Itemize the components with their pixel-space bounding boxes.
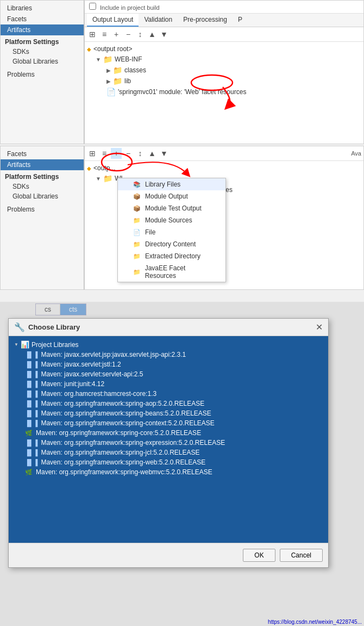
sidebar-item-sdks[interactable]: SDKs xyxy=(1,47,84,57)
tab-validation[interactable]: Validation xyxy=(139,14,178,27)
menu-item-module-output[interactable]: 📦 Module Output xyxy=(118,190,225,202)
module-sources-icon: 📁 xyxy=(133,217,142,224)
tab-p[interactable]: P xyxy=(233,14,248,27)
directory-content-icon: 📁 xyxy=(133,241,142,248)
project-libraries-icon: 📊 xyxy=(21,340,29,349)
sidebar2-sdks[interactable]: SDKs xyxy=(1,182,84,191)
lib-item-3[interactable]: ▐▌▐ Maven: junit:junit:4.12 xyxy=(23,379,325,389)
lib-item-7[interactable]: ▐▌▐ Maven: org.springframework:spring-co… xyxy=(23,418,325,428)
toolbar2: ⊞ ≡ + − ↕ ▲ ▼ Ava xyxy=(85,146,363,161)
lib-leaf-icon-8: 🌿 xyxy=(25,430,33,437)
dialog-title-bar: 🔧 Choose Library ✕ xyxy=(9,319,328,336)
menu-item-module-test-output[interactable]: 📦 Module Test Output xyxy=(118,202,225,214)
lib-bars-icon-3: ▐▌▐ xyxy=(25,381,37,387)
menu-item-directory-content[interactable]: 📁 Directory Content xyxy=(118,238,225,250)
ok-button[interactable]: OK xyxy=(243,549,275,562)
toolbar2-grid-btn[interactable]: ⊞ xyxy=(87,148,98,159)
lib-item-5[interactable]: ▐▌▐ Maven: org.springframework:spring-ao… xyxy=(23,399,325,408)
menu-item-module-sources[interactable]: 📁 Module Sources xyxy=(118,214,225,226)
panel1: Libraries Facets Artifacts Platform Sett… xyxy=(0,0,364,144)
toolbar-down-btn[interactable]: ▼ xyxy=(159,29,170,40)
expand-arrow-lib[interactable]: ▶ xyxy=(106,78,111,84)
expand-arrow-classes[interactable]: ▶ xyxy=(106,67,111,73)
dialog-footer: OK Cancel xyxy=(9,543,328,567)
include-in-build-checkbox[interactable] xyxy=(89,3,96,10)
cancel-button[interactable]: Cancel xyxy=(280,549,323,562)
tree-item-webinf[interactable]: ▼ 📁 WEB-INF xyxy=(96,54,361,65)
tree-item-classes[interactable]: ▶ 📁 classes xyxy=(106,65,361,76)
menu-item-extracted-directory[interactable]: 📁 Extracted Directory xyxy=(118,250,225,262)
tree2-root[interactable]: ◆ <outp... xyxy=(87,163,361,173)
lib-item-0[interactable]: ▐▌▐ Maven: javax.servlet.jsp:javax.servl… xyxy=(23,350,325,360)
tree-root[interactable]: ◆ <output root> xyxy=(87,44,361,54)
lib-item-4[interactable]: ▐▌▐ Maven: org.hamcrest:hamcrest-core:1.… xyxy=(23,389,325,399)
toolbar-grid-btn[interactable]: ⊞ xyxy=(87,29,98,40)
tree-item-module-resources: 📄 'springmvc01' module: 'Web' facet reso… xyxy=(106,86,361,97)
sidebar-item-artifacts[interactable]: Artifacts xyxy=(1,24,84,35)
lib-bars-icon-5: ▐▌▐ xyxy=(25,400,37,407)
lib-item-12[interactable]: 🌿 Maven: org.springframework:spring-webm… xyxy=(23,467,325,477)
menu-item-javaee-facet[interactable]: 📁 JavaEE Facet Resources xyxy=(118,262,225,282)
library-list: ▐▌▐ Maven: javax.servlet.jsp:javax.servl… xyxy=(12,350,325,477)
folder-icon-classes: 📁 xyxy=(113,66,122,75)
library-files-icon: 📚 xyxy=(133,181,142,188)
lib-item-11[interactable]: ▐▌▐ Maven: org.springframework:spring-we… xyxy=(23,457,325,467)
folder-icon-webinf: 📁 xyxy=(103,55,112,64)
expand-arrow-webinf[interactable]: ▼ xyxy=(96,57,101,63)
lib-item-9[interactable]: ▐▌▐ Maven: org.springframework:spring-ex… xyxy=(23,438,325,448)
tab-pre-processing[interactable]: Pre-processing xyxy=(178,14,233,27)
sidebar2-facets[interactable]: Facets xyxy=(1,148,84,159)
lib-bars-icon-1: ▐▌▐ xyxy=(25,361,37,368)
sidebar-panel1: Libraries Facets Artifacts Platform Sett… xyxy=(0,0,84,144)
javaee-facet-icon: 📁 xyxy=(133,269,142,276)
lib-bars-icon-6: ▐▌▐ xyxy=(25,410,37,417)
toolbar-up-btn[interactable]: ▲ xyxy=(147,29,158,40)
toolbar2-sort-btn[interactable]: ↕ xyxy=(135,148,146,159)
sidebar-item-facets[interactable]: Facets xyxy=(1,14,84,24)
extracted-directory-icon: 📁 xyxy=(133,253,142,260)
toolbar2-list-btn[interactable]: ≡ xyxy=(99,148,110,159)
toolbar2-add-btn[interactable]: + xyxy=(111,148,122,159)
sidebar-item-libraries[interactable]: Libraries xyxy=(1,3,84,14)
lib-bars-icon-0: ▐▌▐ xyxy=(25,351,37,358)
tab-output-layout[interactable]: Output Layout xyxy=(87,14,139,27)
sidebar2-global-libraries[interactable]: Global Libraries xyxy=(1,191,84,201)
menu-item-file[interactable]: 📄 File xyxy=(118,226,225,238)
sidebar-platform-settings: Platform Settings xyxy=(1,35,84,47)
sidebar-item-global-libraries[interactable]: Global Libraries xyxy=(1,57,84,66)
expand-tri-root[interactable]: ▼ xyxy=(14,342,18,347)
toolbar-list-btn[interactable]: ≡ xyxy=(99,29,110,40)
toolbar2-remove-btn[interactable]: − xyxy=(123,148,134,159)
lib-item-10[interactable]: ▐▌▐ Maven: org.springframework:spring-jc… xyxy=(23,448,325,457)
toolbar2-down-btn[interactable]: ▼ xyxy=(159,148,170,159)
lib-bars-icon-7: ▐▌▐ xyxy=(25,420,37,426)
toolbar-add-btn[interactable]: + xyxy=(111,29,122,40)
dropdown-menu: 📚 Library Files 📦 Module Output 📦 Module… xyxy=(117,178,226,282)
sidebar2-problems[interactable]: Problems xyxy=(1,201,84,218)
sidebar-problems[interactable]: Problems xyxy=(1,66,84,83)
sidebar-panel2: Facets Artifacts Platform Settings SDKs … xyxy=(0,146,84,290)
panel2: Facets Artifacts Platform Settings SDKs … xyxy=(0,146,364,290)
tree-item-lib[interactable]: ▶ 📁 lib xyxy=(106,76,361,86)
watermark: https://blog.csdn.net/weixin_4228745... xyxy=(268,619,362,625)
lib-bars-icon-10: ▐▌▐ xyxy=(25,449,37,456)
lib-item-6[interactable]: ▐▌▐ Maven: org.springframework:spring-be… xyxy=(23,408,325,418)
lib-root-item[interactable]: ▼ 📊 Project Libraries xyxy=(12,339,325,350)
sidebar2-artifacts[interactable]: Artifacts xyxy=(1,159,84,170)
module-test-icon: 📦 xyxy=(133,205,142,212)
ava-label: Ava xyxy=(351,150,361,157)
lib-bars-icon-2: ▐▌▐ xyxy=(25,371,37,377)
toolbar2-up-btn[interactable]: ▲ xyxy=(147,148,158,159)
lib-bars-icon-11: ▐▌▐ xyxy=(25,459,37,466)
main-panel1: Include in project build Output Layout V… xyxy=(84,0,364,144)
lib-item-8[interactable]: 🌿 Maven: org.springframework:spring-core… xyxy=(23,428,325,438)
toolbar-sort-btn[interactable]: ↕ xyxy=(135,29,146,40)
toolbar-remove-btn[interactable]: − xyxy=(123,29,134,40)
dialog-close-button[interactable]: ✕ xyxy=(316,323,323,332)
lib-bars-icon-4: ▐▌▐ xyxy=(25,391,37,397)
lib-item-1[interactable]: ▐▌▐ Maven: javax.servlet:jstl:1.2 xyxy=(23,360,325,369)
lib-item-2[interactable]: ▐▌▐ Maven: javax.servlet:servlet-api:2.5 xyxy=(23,369,325,379)
toolbar1: ⊞ ≡ + − ↕ ▲ ▼ xyxy=(85,27,363,42)
menu-item-library-files[interactable]: 📚 Library Files xyxy=(118,178,225,190)
lib-leaf-icon-12: 🌿 xyxy=(25,469,33,476)
